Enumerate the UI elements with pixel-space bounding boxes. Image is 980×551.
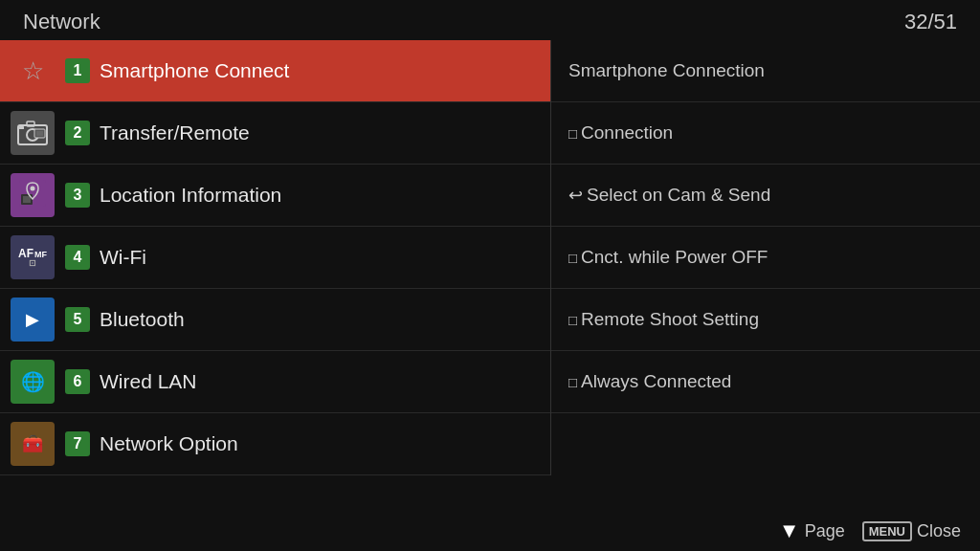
- right-icon-3: ↩: [568, 185, 583, 206]
- icon-box-6: 🌐: [0, 351, 65, 413]
- menu-item-3[interactable]: 3 Location Information: [0, 165, 550, 227]
- menu-left: ☆ 1 Smartphone Connect: [0, 40, 550, 475]
- menu-label-2: Transfer/Remote: [100, 121, 250, 144]
- right-label-6: Always Connected: [581, 371, 731, 392]
- menu-right: Smartphone Connection □ Connection ↩ Sel…: [550, 40, 980, 475]
- svg-point-9: [31, 187, 35, 191]
- num-badge-7: 7: [65, 431, 90, 456]
- num-badge-6: 6: [65, 369, 90, 394]
- icon-box-5: ▶: [0, 289, 65, 351]
- menu-item-4[interactable]: AF MF ⊡ 4 Wi-Fi: [0, 227, 550, 289]
- svg-rect-3: [19, 126, 24, 129]
- num-badge-5: 5: [65, 307, 90, 332]
- menu-item-2[interactable]: 2 Transfer/Remote: [0, 102, 550, 165]
- close-label: Close: [917, 521, 961, 541]
- right-label-4: Cnct. while Power OFF: [581, 247, 768, 268]
- right-label-1: Smartphone Connection: [568, 60, 765, 81]
- icon-box-1: ☆: [0, 40, 65, 102]
- menu-label-4: Wi-Fi: [100, 246, 146, 269]
- page-label: Page: [805, 521, 845, 541]
- location-icon: [11, 173, 55, 217]
- right-item-2: □ Connection: [551, 102, 980, 165]
- num-badge-4: 4: [65, 245, 90, 270]
- menu-label-7: Network Option: [100, 432, 238, 455]
- icon-box-7: 🧰: [0, 413, 65, 475]
- icon-box-3: [0, 165, 65, 227]
- star-icon: ☆: [11, 49, 55, 93]
- footer: ▼ Page MENU Close: [779, 518, 961, 543]
- menu-item-6[interactable]: 🌐 6 Wired LAN: [0, 351, 550, 413]
- svg-rect-5: [36, 131, 43, 136]
- right-icon-4: □: [568, 250, 577, 266]
- menu-item-1[interactable]: ☆ 1 Smartphone Connect: [0, 40, 550, 102]
- right-item-5: □ Remote Shoot Setting: [551, 289, 980, 351]
- icon-box-2: [0, 102, 65, 165]
- page-count: 32/51: [904, 10, 957, 34]
- tools-icon: 🧰: [11, 422, 55, 466]
- num-badge-1: 1: [65, 58, 90, 83]
- menu-label-3: Location Information: [100, 184, 281, 207]
- right-icon-5: □: [568, 312, 577, 328]
- play-icon: ▶: [11, 298, 55, 342]
- right-label-5: Remote Shoot Setting: [581, 309, 759, 330]
- menu-icon: MENU: [862, 521, 912, 541]
- svg-rect-8: [23, 196, 31, 203]
- right-item-6: □ Always Connected: [551, 351, 980, 413]
- page-button[interactable]: ▼ Page: [779, 518, 845, 543]
- right-item-7: [551, 413, 980, 475]
- menu-label-5: Bluetooth: [100, 308, 185, 331]
- menu-label-6: Wired LAN: [100, 370, 197, 393]
- menu-item-7[interactable]: 🧰 7 Network Option: [0, 413, 550, 475]
- right-item-4: □ Cnct. while Power OFF: [551, 227, 980, 289]
- right-icon-6: □: [568, 374, 577, 390]
- num-badge-2: 2: [65, 121, 90, 145]
- page-wheel-icon: ▼: [779, 518, 800, 543]
- page-title: Network: [23, 10, 100, 34]
- camera-icon: [11, 111, 55, 155]
- menu-container: ☆ 1 Smartphone Connect: [0, 40, 980, 475]
- right-item-3: ↩ Select on Cam & Send: [551, 165, 980, 227]
- num-badge-3: 3: [65, 183, 90, 208]
- right-item-1: Smartphone Connection: [551, 40, 980, 102]
- svg-rect-2: [27, 121, 34, 126]
- header: Network 32/51: [0, 0, 980, 40]
- menu-label-1: Smartphone Connect: [100, 59, 289, 82]
- globe-icon: 🌐: [11, 360, 55, 404]
- right-label-2: Connection: [581, 122, 673, 143]
- af-icon: AF MF ⊡: [11, 235, 55, 279]
- icon-box-4: AF MF ⊡: [0, 227, 65, 289]
- close-button[interactable]: MENU Close: [862, 521, 961, 541]
- right-label-3: Select on Cam & Send: [587, 185, 770, 206]
- menu-item-5[interactable]: ▶ 5 Bluetooth: [0, 289, 550, 351]
- right-icon-2: □: [568, 125, 577, 142]
